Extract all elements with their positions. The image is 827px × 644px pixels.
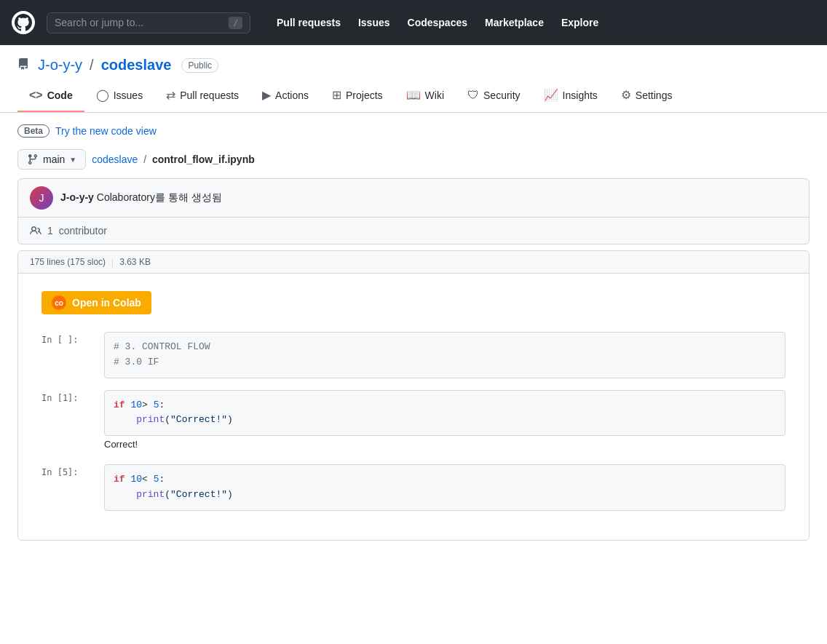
tab-code[interactable]: <> Code xyxy=(17,80,84,112)
code-number: 10 xyxy=(130,399,142,410)
tab-insights[interactable]: 📈 Insights xyxy=(532,79,609,112)
code-block-2: if 10> 5: print("Correct!") xyxy=(104,390,786,437)
insights-icon: 📈 xyxy=(544,88,558,102)
projects-icon: ⊞ xyxy=(332,88,341,102)
contributors-count: 1 xyxy=(47,225,53,236)
colab-button-row: co Open in Colab xyxy=(41,291,786,332)
commit-row: J J-o-y-y Colaboratory를 통해 생성됨 xyxy=(18,179,809,218)
code-string: "Correct!" xyxy=(170,414,227,425)
colab-button-label: Open in Colab xyxy=(72,297,141,309)
search-shortcut: / xyxy=(229,17,242,29)
file-meta-separator: | xyxy=(111,257,114,267)
actions-icon: ▶ xyxy=(262,88,271,102)
contributors-row: 1 contributor xyxy=(18,218,809,244)
chevron-down-icon: ▼ xyxy=(69,156,76,164)
contributors-label: contributor xyxy=(59,225,107,236)
code-function-3: print xyxy=(136,489,165,500)
file-path-filename: control_flow_if.ipynb xyxy=(152,154,255,165)
repo-name-link[interactable]: codeslave xyxy=(101,57,172,73)
notebook-cell-3: In [5]: if 10< 5: print("Correct!") xyxy=(41,464,786,511)
search-bar[interactable]: Search or jump to... / xyxy=(47,12,250,33)
top-nav-links: Pull requests Issues Codespaces Marketpl… xyxy=(268,11,607,34)
code-number-2: 5 xyxy=(154,399,159,410)
repo-path-separator: / xyxy=(90,57,94,73)
nav-issues[interactable]: Issues xyxy=(349,11,399,34)
tab-actions[interactable]: ▶ Actions xyxy=(250,79,320,112)
security-icon: 🛡 xyxy=(467,89,479,102)
beta-link[interactable]: Try the new code view xyxy=(55,125,157,137)
code-line: # 3. CONTROL FLOW xyxy=(114,340,776,355)
avatar: J xyxy=(30,186,53,210)
code-block-1: # 3. CONTROL FLOW # 3.0 IF xyxy=(104,332,786,378)
cell-content-2: if 10> 5: print("Correct!") Correct! xyxy=(104,390,786,453)
file-size: 3.63 KB xyxy=(119,257,151,267)
tab-security[interactable]: 🛡 Security xyxy=(456,80,532,112)
contributors-icon xyxy=(30,225,41,236)
repo-header: J-o-y-y / codeslave Public xyxy=(0,45,827,73)
code-line: if 10> 5: xyxy=(114,398,776,413)
cell-output-2: Correct! xyxy=(104,436,786,453)
code-line: print("Correct!") xyxy=(114,488,776,503)
branch-selector[interactable]: main ▼ xyxy=(17,149,86,170)
branch-name: main xyxy=(43,154,65,165)
notebook-cell-1: In [ ]: # 3. CONTROL FLOW # 3.0 IF xyxy=(41,332,786,378)
code-line: if 10< 5: xyxy=(114,472,776,488)
tab-settings[interactable]: ⚙ Settings xyxy=(609,79,684,112)
colab-icon: co xyxy=(52,295,66,310)
branch-icon xyxy=(27,154,39,165)
code-number-3: 10 xyxy=(130,474,142,485)
code-line: print("Correct!") xyxy=(114,413,776,428)
avatar-image: J xyxy=(30,186,53,210)
code-keyword-3: if xyxy=(114,474,130,485)
file-meta-bar: 175 lines (175 sloc) | 3.63 KB xyxy=(18,251,809,274)
repo-tabs: <> Code ◯ Issues ⇄ Pull requests ▶ Actio… xyxy=(0,79,827,113)
commit-text: J-o-y-y Colaboratory를 통해 생성됨 xyxy=(60,191,222,204)
tab-issues[interactable]: ◯ Issues xyxy=(84,79,154,112)
file-lines: 175 lines (175 sloc) xyxy=(30,257,106,267)
nav-marketplace[interactable]: Marketplace xyxy=(476,11,553,34)
code-comment: # 3.0 IF xyxy=(114,357,159,367)
cell-content-3: if 10< 5: print("Correct!") xyxy=(104,464,786,511)
commit-box: J J-o-y-y Colaboratory를 통해 생성됨 1 contrib… xyxy=(17,178,810,245)
code-icon: <> xyxy=(29,89,43,102)
path-separator: / xyxy=(143,154,146,165)
code-function: print xyxy=(136,414,165,425)
tab-pull-requests[interactable]: ⇄ Pull requests xyxy=(154,79,250,112)
code-number-4: 5 xyxy=(154,474,159,485)
top-navigation: Search or jump to... / Pull requests Iss… xyxy=(0,0,827,45)
tab-wiki[interactable]: 📖 Wiki xyxy=(395,79,456,112)
code-keyword: if xyxy=(114,399,130,410)
notebook-cell-2: In [1]: if 10> 5: print("Correct!") Corr… xyxy=(41,390,786,453)
cell-label-1: In [ ]: xyxy=(41,332,92,378)
cell-content-1: # 3. CONTROL FLOW # 3.0 IF xyxy=(104,332,786,378)
github-logo[interactable] xyxy=(12,11,35,34)
issues-icon: ◯ xyxy=(96,88,109,102)
code-line: # 3.0 IF xyxy=(114,355,776,370)
nav-codespaces[interactable]: Codespaces xyxy=(399,11,476,34)
tab-projects[interactable]: ⊞ Projects xyxy=(320,79,395,112)
open-in-colab-button[interactable]: co Open in Colab xyxy=(41,291,151,314)
main-content: Beta Try the new code view main ▼ codesl… xyxy=(0,113,827,552)
commit-message: Colaboratory를 통해 생성됨 xyxy=(97,191,222,203)
file-content-box: 175 lines (175 sloc) | 3.63 KB co Open i… xyxy=(17,250,810,541)
wiki-icon: 📖 xyxy=(406,88,421,102)
code-block-3: if 10< 5: print("Correct!") xyxy=(104,464,786,511)
code-comment: # 3. CONTROL FLOW xyxy=(114,341,210,352)
code-operator: > xyxy=(142,399,154,410)
commit-user: J-o-y-y xyxy=(60,191,94,203)
repo-owner-link[interactable]: J-o-y-y xyxy=(38,57,82,73)
file-header-row: main ▼ codeslave / control_flow_if.ipynb xyxy=(17,149,810,170)
nav-explore[interactable]: Explore xyxy=(553,11,607,34)
code-string-3: "Correct!" xyxy=(170,489,227,500)
beta-badge: Beta xyxy=(17,124,50,138)
nav-pull-requests[interactable]: Pull requests xyxy=(268,11,349,34)
repo-icon xyxy=(17,58,29,72)
code-operator-3: < xyxy=(142,474,154,485)
repo-visibility-badge: Public xyxy=(181,58,218,73)
notebook-content: co Open in Colab In [ ]: # 3. CONTROL FL… xyxy=(18,274,809,540)
cell-label-2: In [1]: xyxy=(41,390,92,453)
file-path-repo-link[interactable]: codeslave xyxy=(92,154,138,165)
cell-label-3: In [5]: xyxy=(41,464,92,511)
file-path: codeslave / control_flow_if.ipynb xyxy=(92,154,255,165)
settings-icon: ⚙ xyxy=(621,88,631,102)
